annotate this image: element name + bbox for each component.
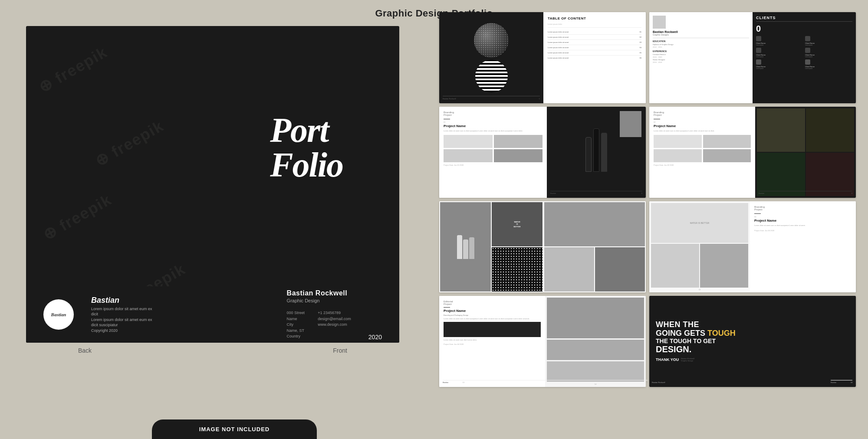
front-cover-info: Bastian Rockwell Graphic Design 000 Stre… xyxy=(287,289,351,340)
thumb-pair-photos-1: WATERISBETTER xyxy=(439,201,646,292)
back-lorem-text: Lorem ipsum dolor sit amet eum ex dicit … xyxy=(91,306,155,334)
thumbnail-row-4: Editorial Project Project Name Branding … xyxy=(439,296,856,387)
address-block: 000 Street Name City Name, ST Country xyxy=(287,310,305,340)
portfolio-handwriting: Port Folio xyxy=(270,113,343,182)
branding-text-page-3: Branding Project 03 Project Name Lorem d… xyxy=(750,201,856,292)
watermark-1: ⊕ freepik xyxy=(35,43,110,97)
thumbnails-section: Bastian Rockwell1 TABLE OF CONTENT Lorem… xyxy=(439,12,856,387)
thumb-pair-branding-2: Branding Project 02 Project Name Lorem d… xyxy=(649,107,856,198)
thumb-pair-photos-2: WATER IS BETTER 10 Branding Project 03 P… xyxy=(649,201,856,292)
watermark-3: ⊕ freepik xyxy=(39,190,115,244)
branding-text-page-2: Branding Project 02 Project Name Lorem d… xyxy=(649,107,755,198)
toc-image-page: Bastian Rockwell1 xyxy=(439,12,543,103)
thumb-pair-typography: WHEN THE GOING GETS TOUGH THE TOUGH TO G… xyxy=(649,296,856,387)
person-title: Graphic Design xyxy=(287,298,351,303)
photo-spread-right xyxy=(543,201,646,292)
portfolio-cover: ⊕ freepik ⊕ freepik ⊕ freepik ⊕ freepik … xyxy=(26,26,399,343)
back-name-script: Bastian xyxy=(91,296,155,305)
editorial-text-page: Editorial Project Project Name Branding … xyxy=(439,296,545,387)
back-label: Back xyxy=(78,347,92,354)
watermark-2: ⊕ freepik xyxy=(92,117,167,170)
branding-image-page-1: Bastian6 xyxy=(547,107,646,198)
photo-spread-left: WATERISBETTER xyxy=(439,201,543,292)
cover-bottom-bar: Bastian Bastian Lorem ipsum dolor sit am… xyxy=(26,286,399,343)
thumb-pair-branding-1: Branding Project 01 Project Name Lorem d… xyxy=(439,107,646,198)
branding-image-page-2: Bastian8 xyxy=(755,107,856,198)
front-label: Front xyxy=(333,347,347,354)
splash-image-page: WATER IS BETTER 10 xyxy=(649,201,750,292)
thumb-pair-toc: Bastian Rockwell1 TABLE OF CONTENT Lorem… xyxy=(439,12,646,103)
thumb-pair-profile: Bastian Rockwell Graphic Designs EDUCATI… xyxy=(649,12,856,103)
logo-circle: Bastian xyxy=(43,299,74,330)
toc-text-page: TABLE OF CONTENT Lorem ipsum dolor Lorem… xyxy=(543,12,646,103)
branding-text-page-1: Branding Project 01 Project Name Lorem d… xyxy=(439,107,547,198)
editorial-image-page: 14 xyxy=(545,296,646,387)
thumbnail-row-2: Branding Project 01 Project Name Lorem d… xyxy=(439,107,856,198)
cover-year: 2020 xyxy=(368,334,382,343)
thumbnail-row-1: Bastian Rockwell1 TABLE OF CONTENT Lorem… xyxy=(439,12,856,103)
back-cover-info: Bastian Lorem ipsum dolor sit amet eum e… xyxy=(91,296,155,334)
contact-block: +1 23456789 design@email.com www.design.… xyxy=(318,310,351,340)
person-name: Bastian Rockwell xyxy=(287,289,351,297)
profile-page: Bastian Rockwell Graphic Designs EDUCATI… xyxy=(649,12,753,103)
clients-page: CLIENTS 0 Client Name Lorem ipsum Client… xyxy=(753,12,856,103)
thumb-pair-editorial: Editorial Project Project Name Branding … xyxy=(439,296,646,387)
thumbnail-row-3: WATERISBETTER WATER IS BETTER xyxy=(439,201,856,292)
image-not-included-badge: IMAGE NOT INCLUDED xyxy=(152,419,317,439)
cover-labels: Back Front xyxy=(26,347,399,354)
typography-page: WHEN THE GOING GETS TOUGH THE TOUGH TO G… xyxy=(649,296,856,387)
